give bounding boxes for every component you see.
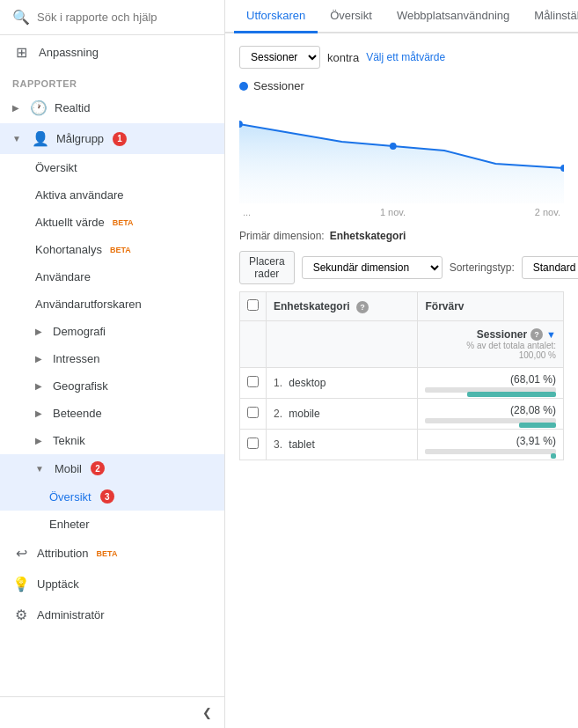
row-category-cell: 1. desktop	[267, 368, 418, 399]
person-icon: 👤	[32, 130, 49, 147]
teknik-expand: ▶	[35, 436, 42, 445]
row-pct: (28,08 %)	[510, 404, 556, 416]
geografisk-expand: ▶	[35, 381, 42, 391]
main-content: Utforskaren Översikt Webbplatsanvändning…	[225, 0, 578, 728]
teknik-label: Teknik	[53, 434, 85, 447]
collapse-sidebar-icon[interactable]: ❮	[202, 706, 212, 719]
expand-icon: ▶	[12, 103, 19, 113]
sidebar-item-aktiva-anvandare[interactable]: Aktiva användare	[0, 181, 224, 209]
anpassning-label: Anpassning	[39, 46, 99, 59]
sidebar-footer: ❮	[0, 696, 224, 728]
attribution-icon: ↩	[12, 545, 30, 562]
row-category-cell: 3. tablet	[267, 430, 418, 460]
sidebar-item-enheter[interactable]: Enheter	[0, 511, 224, 538]
help-icon-category[interactable]: ?	[356, 301, 369, 313]
help-icon-sessions[interactable]: ?	[530, 328, 543, 341]
aktuellt-varde-label: Aktuellt värde	[35, 216, 105, 229]
sidebar-item-mobil-oversikt[interactable]: Översikt 3	[0, 482, 224, 511]
row-checkbox-cell	[240, 399, 267, 430]
sidebar-item-beteende[interactable]: ▶ Beteende	[0, 400, 224, 427]
svg-point-2	[390, 143, 397, 150]
chart-date3: 2 nov.	[535, 207, 560, 217]
kohortanalys-label: Kohortanalys	[35, 243, 102, 256]
th-empty2	[267, 321, 418, 368]
sidebar-item-intressen[interactable]: ▶ Intressen	[0, 345, 224, 372]
sidebar-item-realtid[interactable]: ▶ 🕐 Realtid	[0, 92, 224, 123]
geografisk-label: Geografisk	[53, 379, 108, 393]
tab-malinst1[interactable]: Målinställning 1	[522, 0, 578, 33]
sidebar-item-upptack[interactable]: 💡 Upptäck	[0, 569, 224, 599]
chart-area	[239, 98, 564, 203]
sidebar-item-anvandarutforskaren[interactable]: Användarutforskaren	[0, 290, 224, 318]
row-checkbox[interactable]	[247, 407, 259, 418]
sidebar-item-anvandare[interactable]: Användare	[0, 263, 224, 290]
row-checkbox[interactable]	[247, 376, 259, 387]
table-row: 2. mobile (28,08 %)	[240, 399, 564, 430]
sort-type-label: Sorteringstyp:	[450, 261, 515, 274]
intressen-expand: ▶	[35, 354, 42, 364]
beta-badge-aktuellt: BETA	[113, 218, 134, 227]
row-pct: (3,91 %)	[516, 435, 556, 447]
metric-bar: Sessioner kontra Välj ett måtvärde	[239, 46, 564, 69]
upptack-label: Upptäck	[37, 577, 79, 591]
row-bar	[519, 423, 556, 428]
row-pct: (68,01 %)	[510, 373, 556, 386]
enheter-label: Enheter	[49, 518, 90, 531]
row-num: 1.	[274, 377, 282, 389]
beta-badge-kohort: BETA	[110, 246, 131, 254]
tab-webbplatsanvandning[interactable]: Webbplatsanvändning	[384, 0, 522, 33]
sidebar-item-teknik[interactable]: ▶ Teknik	[0, 427, 224, 454]
collapse-icon: ▼	[12, 134, 21, 143]
row-checkbox[interactable]	[247, 438, 259, 449]
sidebar-item-administrator[interactable]: ⚙ Administratör	[0, 599, 224, 630]
attribution-label: Attribution	[37, 547, 89, 560]
anvandare-label: Användare	[35, 270, 91, 283]
sidebar-item-mobil[interactable]: ▼ Mobil 2	[0, 454, 224, 482]
th-sessions: Sessioner ? ▼ % av det totala antalet: 1…	[418, 321, 564, 368]
metric-select[interactable]: Sessioner	[239, 46, 320, 69]
mobil-collapse: ▼	[35, 464, 44, 474]
intressen-label: Intressen	[53, 352, 99, 365]
pct-total-label: % av det totala antalet:	[425, 341, 556, 350]
table-row: 3. tablet (3,91 %)	[240, 430, 564, 460]
row-sessions-cell: (68,01 %)	[418, 368, 564, 399]
tab-oversikt[interactable]: Översikt	[318, 0, 384, 33]
sidebar-item-anpassning[interactable]: ⊞ Anpassning	[0, 35, 224, 70]
beta-badge-attribution: BETA	[97, 549, 118, 558]
secondary-dimension-select[interactable]: Sekundär dimension	[302, 256, 443, 279]
standard-select[interactable]: Standard	[522, 256, 578, 279]
table-row: 1. desktop (68,01 %)	[240, 368, 564, 399]
administrator-label: Administratör	[37, 608, 105, 621]
tab-utforskaren[interactable]: Utforskaren	[234, 0, 318, 33]
pct-value: 100,00 %	[425, 350, 556, 360]
data-table: Enhetskategori ? Förvärv Sessioner ?	[239, 291, 564, 460]
tab-bar: Utforskaren Översikt Webbplatsanvändning…	[225, 0, 578, 33]
aktiva-anvandare-label: Aktiva användare	[35, 188, 123, 202]
mobil-step-badge: 2	[91, 461, 105, 475]
sidebar-item-attribution[interactable]: ↩ Attribution BETA	[0, 538, 224, 569]
select-all-checkbox[interactable]	[247, 299, 259, 311]
mobil-label: Mobil	[55, 462, 82, 475]
row-category-cell: 2. mobile	[267, 399, 418, 430]
bulb-icon: 💡	[12, 576, 30, 592]
demografi-expand: ▶	[35, 327, 42, 336]
sidebar-item-aktuellt-varde[interactable]: Aktuellt värde BETA	[0, 209, 224, 236]
rapporter-section: RAPPORTER	[0, 70, 224, 92]
prim-dim-value: Enhetskategori	[330, 230, 406, 242]
sort-arrow-sessions[interactable]: ▼	[546, 329, 556, 340]
oversikt-label: Översikt	[35, 161, 77, 174]
row-bar	[551, 453, 556, 459]
place-rows-button[interactable]: Placera rader	[239, 251, 295, 284]
prim-dim-label: Primär dimension:	[239, 230, 325, 242]
sidebar-item-oversikt[interactable]: Översikt	[0, 154, 224, 181]
row-name: desktop	[289, 377, 326, 389]
row-sessions-cell: (3,91 %)	[418, 430, 564, 460]
row-sessions-cell: (28,08 %)	[418, 399, 564, 430]
add-metric-link[interactable]: Välj ett måtvärde	[366, 51, 445, 63]
search-bar[interactable]: 🔍	[0, 0, 224, 35]
sidebar-item-kohortanalys[interactable]: Kohortanalys BETA	[0, 236, 224, 263]
sidebar-item-malgrupp[interactable]: ▼ 👤 Målgrupp 1	[0, 123, 224, 154]
sidebar-item-geografisk[interactable]: ▶ Geografisk	[0, 372, 224, 400]
search-input[interactable]	[37, 11, 212, 24]
sidebar-item-demografi[interactable]: ▶ Demografi	[0, 318, 224, 345]
